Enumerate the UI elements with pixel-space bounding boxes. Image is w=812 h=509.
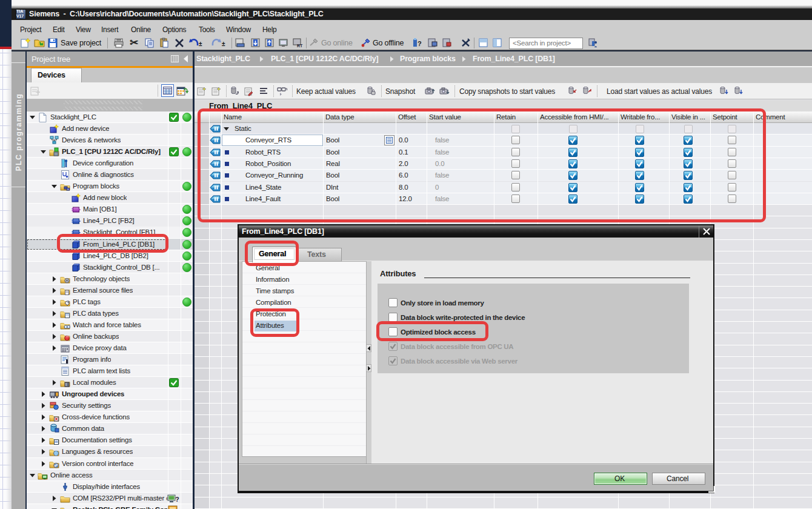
svg-text:RT: RT bbox=[297, 44, 303, 48]
svg-text:?: ? bbox=[175, 496, 179, 503]
svg-text:?: ? bbox=[418, 40, 422, 47]
